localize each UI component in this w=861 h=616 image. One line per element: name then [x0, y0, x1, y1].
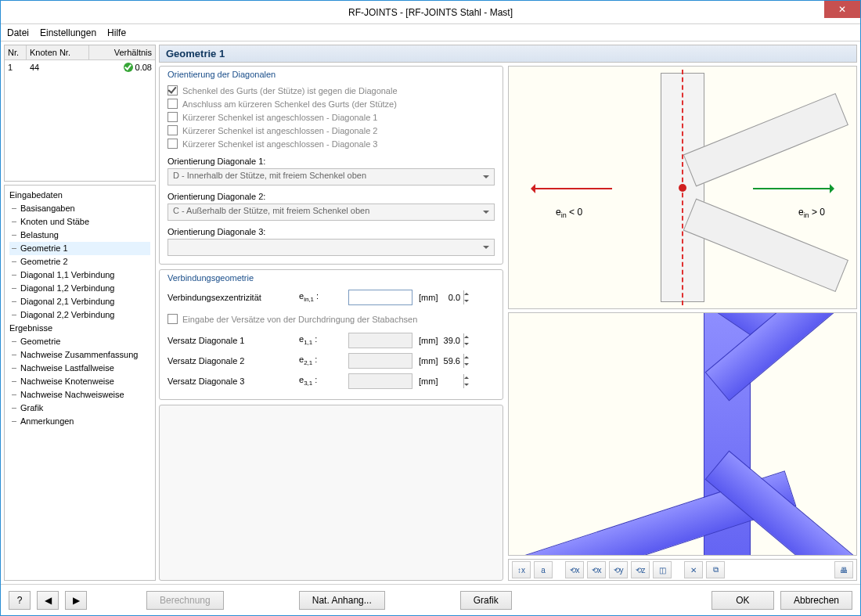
tree-item[interactable]: Geometrie — [9, 335, 150, 348]
row-ecc: Verbindungsexzentrizität ein,1 : [mm] — [168, 287, 495, 308]
tree-item[interactable]: Grafik — [9, 402, 150, 415]
tool-btn[interactable]: a — [534, 561, 553, 578]
chk-kurzer-schenkel[interactable]: Anschluss am kürzeren Schenkel des Gurts… — [168, 97, 495, 110]
tool-btn[interactable]: ◫ — [653, 561, 672, 578]
tree-item[interactable]: Basisangaben — [9, 202, 150, 215]
tree-item[interactable]: Geometrie 2 — [9, 255, 150, 268]
spin-ecc[interactable] — [348, 290, 412, 305]
tree-item[interactable]: Anmerkungen — [9, 415, 150, 428]
tree-item[interactable]: Knoten und Stäbe — [9, 215, 150, 229]
tree-item[interactable]: Nachweise Knotenweise — [9, 375, 150, 388]
tree-item[interactable]: Nachweise Nachweisweise — [9, 388, 150, 402]
spin-down-icon[interactable] — [463, 381, 469, 388]
chk-versatz-input[interactable]: Eingabe der Versätze von der Durchdringu… — [168, 312, 495, 326]
spin-down-icon[interactable] — [463, 361, 469, 368]
col-nr: Nr. — [5, 45, 27, 59]
node-icon — [679, 184, 686, 192]
tool-btn[interactable]: ⟲x — [565, 561, 584, 578]
select-orient2[interactable]: C - Außerhalb der Stütze, mit freiem Sch… — [168, 204, 495, 221]
status-ok-icon — [124, 63, 133, 72]
menu-settings[interactable]: Einstellungen — [40, 27, 96, 38]
tool-btn[interactable]: ⟲x — [587, 561, 606, 578]
lbl-v1: Versatz Diagonale 1 — [168, 336, 293, 345]
spin-down-icon[interactable] — [463, 297, 469, 304]
lbl-orient1: Orientierung Diagonale 1: — [168, 157, 495, 166]
tree-item[interactable]: Belastung — [9, 229, 150, 242]
form-column: Orientierung der Diagonalen Schenkel des… — [159, 66, 503, 581]
titlebar: RF-JOINTS - [RF-JOINTS Stahl - Mast] ✕ — [1, 1, 860, 24]
input-v3[interactable] — [349, 374, 463, 388]
spin-up-icon[interactable] — [463, 333, 469, 340]
next-button[interactable]: ▶ — [65, 591, 87, 610]
legend-geometry: Verbindungsgeometrie — [168, 273, 495, 283]
close-button[interactable]: ✕ — [824, 1, 860, 18]
lbl-v3: Versatz Diagonale 3 — [168, 376, 293, 386]
schematic-view[interactable]: ein < 0 ein > 0 — [508, 66, 857, 309]
legend-orientation: Orientierung der Diagonalen — [168, 70, 495, 79]
chk-diag2[interactable]: Kürzerer Schenkel ist angeschlossen - Di… — [168, 124, 495, 137]
spin-up-icon[interactable] — [463, 290, 469, 297]
chk-diag1[interactable]: Kürzerer Schenkel ist angeschlossen - Di… — [168, 110, 495, 124]
row-v2: Versatz Diagonale 2 e2,1 : [mm] — [168, 351, 495, 371]
row-v1: Versatz Diagonale 1 e1,1 : [mm] — [168, 330, 495, 351]
checkbox-icon — [168, 99, 178, 109]
spin-up-icon[interactable] — [463, 374, 469, 381]
tool-btn[interactable]: ⟲y — [609, 561, 628, 578]
input-ecc[interactable] — [349, 290, 463, 304]
tool-btn[interactable]: ⧉ — [706, 561, 725, 578]
cell-verh: 0.08 — [89, 60, 155, 74]
grafik-button[interactable]: Grafik — [460, 591, 512, 610]
ok-button[interactable]: OK — [711, 591, 774, 610]
lbl-orient2: Orientierung Diagonale 2: — [168, 192, 495, 201]
annex-button[interactable]: Nat. Anhang... — [299, 591, 385, 610]
chk-diag3[interactable]: Kürzerer Schenkel ist angeschlossen - Di… — [168, 137, 495, 150]
info-box — [159, 405, 503, 581]
tree-item[interactable]: Diagonal 2,2 Verbindung — [9, 308, 150, 322]
select-orient1[interactable]: D - Innerhalb der Stütze, mit freiem Sch… — [168, 168, 495, 186]
lbl-orient3: Orientierung Diagonale 3: — [168, 227, 495, 236]
view-toolbar: ↕x a ⟲x ⟲x ⟲y ⟲z ◫ ✕ ⧉ 🖶 — [508, 559, 857, 581]
spin-up-icon[interactable] — [463, 354, 469, 361]
menu-help[interactable]: Hilfe — [107, 27, 126, 38]
help-button[interactable]: ? — [9, 591, 31, 610]
cancel-button[interactable]: Abbrechen — [780, 591, 852, 610]
sym-v1: e1,1 : — [299, 334, 342, 346]
tree-item[interactable]: Nachweise Lastfallweise — [9, 362, 150, 375]
tree-cat-results: Ergebnisse — [9, 322, 150, 335]
tool-btn[interactable]: ✕ — [684, 561, 703, 578]
window-title: RF-JOINTS - [RF-JOINTS Stahl - Mast] — [348, 7, 513, 18]
tree-item[interactable]: Diagonal 2,1 Verbindung — [9, 295, 150, 308]
main-column: Geometrie 1 Orientierung der Diagonalen … — [159, 45, 857, 581]
lbl-v2: Versatz Diagonale 2 — [168, 356, 293, 366]
arrow-left-icon — [534, 188, 612, 189]
tree-item-selected[interactable]: Geometrie 1 — [9, 242, 150, 255]
input-v2[interactable] — [349, 354, 463, 368]
col-knoten: Knoten Nr. — [27, 45, 89, 59]
render-view[interactable] — [508, 312, 857, 556]
grid-row[interactable]: 1 44 0.08 — [5, 60, 155, 74]
checkbox-icon — [168, 112, 178, 122]
spin-v1[interactable] — [348, 333, 412, 348]
tree-item[interactable]: Diagonal 1,2 Verbindung — [9, 282, 150, 295]
select-orient3[interactable] — [168, 239, 495, 256]
page-title: Geometrie 1 — [159, 45, 857, 63]
tree-cat-input: Eingabedaten — [9, 189, 150, 202]
result-grid[interactable]: Nr. Knoten Nr. Verhältnis 1 44 0.08 — [4, 45, 156, 182]
checkbox-icon — [168, 125, 178, 135]
tree-item[interactable]: Nachweise Zusammenfassung — [9, 348, 150, 362]
chk-gurt-diagonal[interactable]: Schenkel des Gurts (der Stütze) ist gege… — [168, 84, 495, 97]
input-v1[interactable] — [349, 333, 463, 348]
nav-tree[interactable]: Eingabedaten Basisangaben Knoten und Stä… — [4, 185, 156, 581]
spin-v3[interactable] — [348, 373, 412, 389]
prev-button[interactable]: ◀ — [37, 591, 59, 610]
tree-item[interactable]: Diagonal 1,1 Verbindung — [9, 268, 150, 282]
tool-btn[interactable]: ⟲z — [631, 561, 650, 578]
spin-v2[interactable] — [348, 353, 412, 369]
tool-print[interactable]: 🖶 — [834, 561, 853, 578]
calc-button[interactable]: Berechnung — [146, 591, 224, 610]
spin-down-icon[interactable] — [463, 340, 469, 348]
menu-file[interactable]: Datei — [7, 27, 29, 38]
view-column: ein < 0 ein > 0 ↕x a ⟲x — [508, 66, 857, 581]
tool-btn[interactable]: ↕x — [512, 561, 531, 578]
sym-v3: e3,1 : — [299, 375, 342, 387]
